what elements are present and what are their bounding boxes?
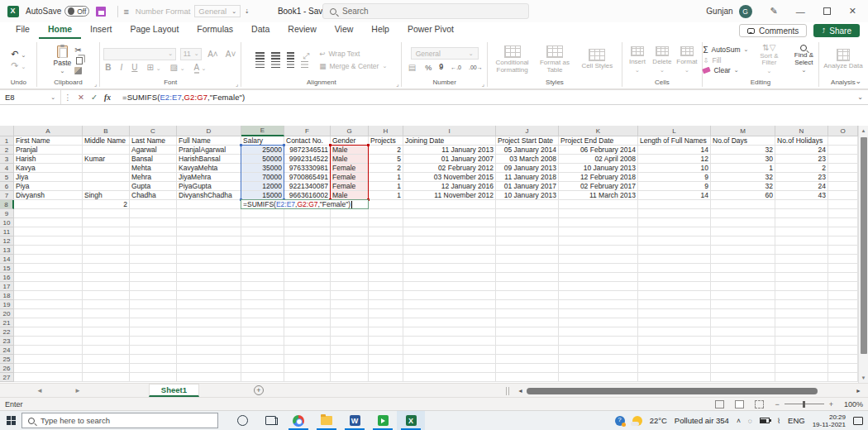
cell-I18[interactable] [403, 291, 496, 300]
minimize-button[interactable]: — [796, 7, 805, 17]
cell-B11[interactable] [83, 227, 130, 236]
save-icon[interactable] [96, 7, 106, 17]
cell-L12[interactable] [638, 236, 711, 246]
row-header-10[interactable]: 10 [0, 218, 14, 227]
cell-O4[interactable] [828, 164, 858, 173]
cell-C19[interactable] [130, 300, 177, 309]
cell-C11[interactable] [130, 227, 177, 236]
cell-A23[interactable] [14, 337, 83, 346]
cell-L3[interactable]: 12 [638, 155, 711, 164]
cell-D2[interactable]: PranjalAgarwal [177, 146, 241, 155]
cell-B26[interactable] [83, 364, 130, 373]
cell-B22[interactable] [83, 327, 130, 337]
cell-N18[interactable] [775, 291, 828, 300]
cell-C8[interactable] [130, 200, 177, 209]
redo-button[interactable]: ↷ ⌄ [11, 60, 26, 71]
cell-I14[interactable] [403, 255, 496, 264]
row-header-1[interactable]: 1 [0, 136, 14, 146]
cell-B16[interactable] [83, 273, 130, 282]
cell-J12[interactable] [496, 236, 559, 246]
cell-B7[interactable]: Singh [83, 191, 130, 200]
cell-G1[interactable]: Gender [331, 136, 369, 146]
cell-J17[interactable] [496, 282, 559, 291]
sheet-prev-icon[interactable]: ◄ [36, 387, 43, 394]
word-taskbar-button[interactable]: W [341, 411, 369, 430]
paste-button[interactable]: Paste ⌄ [54, 45, 72, 74]
cell-K7[interactable]: 11 March 2013 [559, 191, 638, 200]
page-layout-view-icon[interactable] [735, 400, 744, 408]
column-header-M[interactable]: M [711, 126, 775, 136]
excel-taskbar-button[interactable]: X [397, 411, 425, 430]
cell-F18[interactable] [284, 291, 331, 300]
cell-M3[interactable]: 30 [711, 155, 775, 164]
cell-J16[interactable] [496, 273, 559, 282]
cell-L9[interactable] [638, 209, 711, 218]
cut-button[interactable]: ✂ [74, 45, 81, 55]
cell-H13[interactable] [369, 246, 403, 255]
font-name-combobox[interactable]: ⌄ [103, 48, 176, 60]
indent-icon[interactable] [301, 61, 308, 63]
cell-F9[interactable] [284, 209, 331, 218]
cell-D10[interactable] [177, 218, 241, 227]
cell-O25[interactable] [828, 355, 858, 364]
language-indicator[interactable]: ENG [788, 416, 805, 425]
cell-N24[interactable] [775, 346, 828, 355]
cell-O14[interactable] [828, 255, 858, 264]
cell-O27[interactable] [828, 373, 858, 382]
cell-E15[interactable] [241, 264, 284, 273]
row-header-22[interactable]: 22 [0, 327, 14, 337]
cell-N7[interactable]: 43 [775, 191, 828, 200]
cell-M2[interactable]: 32 [711, 146, 775, 155]
cell-O1[interactable] [828, 136, 858, 146]
cell-G21[interactable] [331, 318, 369, 327]
cell-L19[interactable] [638, 300, 711, 309]
cell-N17[interactable] [775, 282, 828, 291]
cell-K25[interactable] [559, 355, 638, 364]
cell-B2[interactable] [83, 146, 130, 155]
cell-K23[interactable] [559, 337, 638, 346]
cell-A1[interactable]: First Name [14, 136, 83, 146]
percent-style-icon[interactable]: % [425, 64, 432, 72]
cell-F26[interactable] [284, 364, 331, 373]
select-all-corner[interactable] [0, 126, 14, 136]
align-center-icon[interactable] [271, 61, 280, 63]
cell-E16[interactable] [241, 273, 284, 282]
cell-O19[interactable] [828, 300, 858, 309]
column-header-K[interactable]: K [559, 126, 638, 136]
cell-H8[interactable] [369, 200, 403, 209]
comma-style-icon[interactable]: 𝟗 [439, 63, 443, 72]
cell-N11[interactable] [775, 227, 828, 236]
cell-A10[interactable] [14, 218, 83, 227]
decrease-decimal-icon[interactable]: .00→ [469, 64, 483, 70]
cell-C23[interactable] [130, 337, 177, 346]
cell-H26[interactable] [369, 364, 403, 373]
cell-O17[interactable] [828, 282, 858, 291]
cell-A22[interactable] [14, 327, 83, 337]
cell-G9[interactable] [331, 209, 369, 218]
green-app-taskbar-button[interactable] [369, 411, 397, 430]
cell-I16[interactable] [403, 273, 496, 282]
cell-H17[interactable] [369, 282, 403, 291]
insert-function-icon[interactable]: fx [101, 93, 114, 102]
cell-O23[interactable] [828, 337, 858, 346]
cell-H2[interactable]: 2 [369, 146, 403, 155]
cell-J3[interactable]: 03 March 2008 [496, 155, 559, 164]
cell-D5[interactable]: JiyaMehra [177, 173, 241, 182]
italic-button[interactable]: I [118, 63, 124, 72]
cell-O20[interactable] [828, 309, 858, 318]
cell-F16[interactable] [284, 273, 331, 282]
cell-C17[interactable] [130, 282, 177, 291]
cell-H1[interactable]: Projects [369, 136, 403, 146]
cell-G12[interactable] [331, 236, 369, 246]
cell-D11[interactable] [177, 227, 241, 236]
cell-E22[interactable] [241, 327, 284, 337]
cell-A21[interactable] [14, 318, 83, 327]
cell-H20[interactable] [369, 309, 403, 318]
format-cells-button[interactable]: Format ⌄ [675, 46, 699, 74]
row-header-20[interactable]: 20 [0, 309, 14, 318]
cell-D25[interactable] [177, 355, 241, 364]
page-break-view-icon[interactable] [755, 400, 764, 408]
merge-center-button[interactable]: ▦ Merge & Center ⌄ [319, 62, 387, 70]
cell-E14[interactable] [241, 255, 284, 264]
cell-C2[interactable]: Agarwal [130, 146, 177, 155]
